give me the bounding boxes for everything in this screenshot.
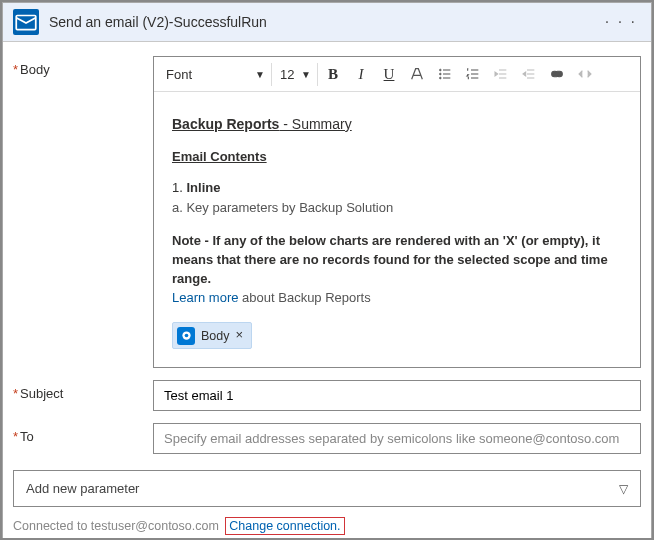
svg-point-3 xyxy=(439,77,441,79)
add-new-parameter-dropdown[interactable]: Add new parameter ▽ xyxy=(13,470,641,507)
subject-label: *Subject xyxy=(13,380,153,401)
card-header: Send an email (V2)-SuccessfulRun · · · xyxy=(3,3,651,42)
caret-down-icon: ▼ xyxy=(301,69,311,80)
to-input[interactable] xyxy=(153,423,641,454)
link-button[interactable] xyxy=(544,61,570,87)
add-parameter-label: Add new parameter xyxy=(26,481,139,496)
body-label: *Body xyxy=(13,56,153,77)
change-connection-link[interactable]: Change connection. xyxy=(225,517,344,535)
chip-label: Body xyxy=(201,327,230,345)
to-row: *To xyxy=(13,423,641,454)
dynamic-content-chip-body[interactable]: Body × xyxy=(172,322,252,349)
required-marker: * xyxy=(13,429,18,444)
required-marker: * xyxy=(13,62,18,77)
italic-button[interactable]: I xyxy=(348,61,374,87)
font-family-select[interactable]: Font ▼ xyxy=(160,63,272,86)
caret-down-icon: ▼ xyxy=(255,69,265,80)
body-row: *Body Font ▼ 12 ▼ B I xyxy=(13,56,641,368)
connected-to-text: Connected to testuser@contoso.com xyxy=(13,519,219,533)
outdent-button[interactable] xyxy=(488,61,514,87)
to-label: *To xyxy=(13,423,153,444)
card-title: Send an email (V2)-SuccessfulRun xyxy=(49,14,601,30)
body-editor: Font ▼ 12 ▼ B I U xyxy=(153,56,641,368)
chevron-down-icon: ▽ xyxy=(619,482,628,496)
learn-more-link[interactable]: Learn more xyxy=(172,290,238,305)
svg-point-2 xyxy=(439,73,441,75)
subject-row: *Subject xyxy=(13,380,641,411)
body-section-heading: Email Contents xyxy=(172,148,622,167)
dynamic-content-icon xyxy=(177,327,195,345)
email-action-card: Send an email (V2)-SuccessfulRun · · · *… xyxy=(2,2,652,540)
body-title-line: Backup Reports - Summary xyxy=(172,114,622,134)
body-learn-more: Learn more about Backup Reports xyxy=(172,289,622,308)
numbered-list-button[interactable] xyxy=(460,61,486,87)
editor-toolbar: Font ▼ 12 ▼ B I U xyxy=(154,57,640,92)
code-view-button[interactable] xyxy=(572,61,598,87)
body-list-item-1: 1. Inline xyxy=(172,179,622,198)
card-body: *Body Font ▼ 12 ▼ B I xyxy=(3,42,651,468)
required-marker: * xyxy=(13,386,18,401)
underline-button[interactable]: U xyxy=(376,61,402,87)
font-color-button[interactable] xyxy=(404,61,430,87)
bold-button[interactable]: B xyxy=(320,61,346,87)
bullet-list-button[interactable] xyxy=(432,61,458,87)
body-note: Note - If any of the below charts are re… xyxy=(172,232,622,289)
more-menu-button[interactable]: · · · xyxy=(601,11,641,33)
font-size-select[interactable]: 12 ▼ xyxy=(274,63,318,86)
indent-button[interactable] xyxy=(516,61,542,87)
body-list-item-1a: a. Key parameters by Backup Solution xyxy=(172,199,622,218)
subject-input[interactable] xyxy=(153,380,641,411)
svg-point-5 xyxy=(184,334,188,338)
connection-footer: Connected to testuser@contoso.com Change… xyxy=(3,515,651,540)
chip-remove-button[interactable]: × xyxy=(236,326,244,345)
outlook-icon xyxy=(13,9,39,35)
body-content-area[interactable]: Backup Reports - Summary Email Contents … xyxy=(154,92,640,367)
svg-point-1 xyxy=(439,69,441,71)
